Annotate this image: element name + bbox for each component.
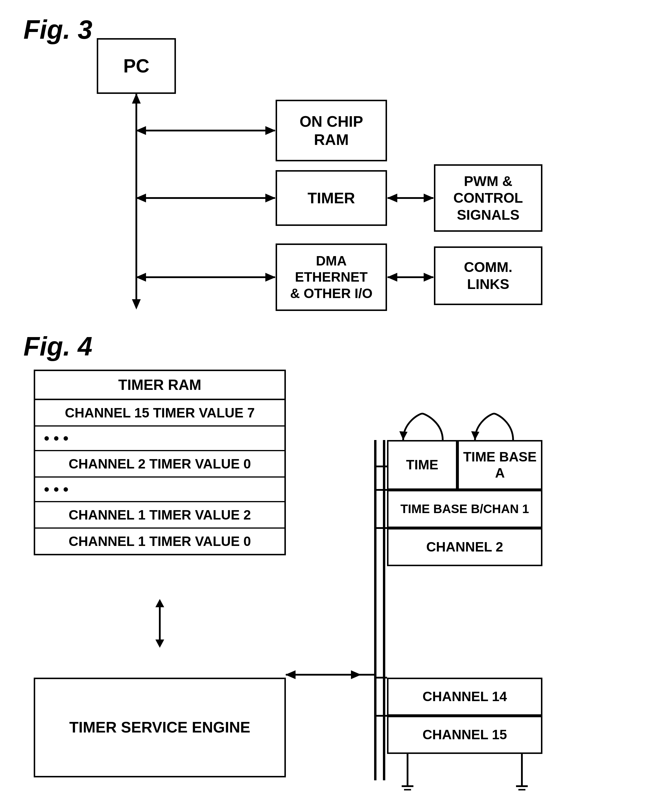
- timer-ram-dots-1: • • •: [35, 427, 284, 451]
- svg-marker-8: [136, 194, 146, 202]
- svg-marker-42: [285, 670, 295, 679]
- svg-marker-14: [136, 273, 146, 282]
- channel15-box: CHANNEL 15: [387, 716, 543, 754]
- timer-ram-table: TIMER RAM CHANNEL 15 TIMER VALUE 7 • • •…: [34, 370, 286, 555]
- timer-ram-dots-2: • • •: [35, 478, 284, 502]
- timer-ram-row-ch1v0: CHANNEL 1 TIMER VALUE 0: [35, 528, 284, 554]
- timer-service-engine-box: TIMER SERVICE ENGINE: [34, 678, 286, 777]
- on-chip-ram-box: ON CHIP RAM: [275, 100, 387, 161]
- pc-box: PC: [97, 38, 176, 94]
- pwm-control-box: PWM & CONTROL SIGNALS: [434, 164, 543, 232]
- dma-ethernet-box: DMA ETHERNET & OTHER I/O: [275, 243, 387, 311]
- svg-marker-11: [387, 194, 397, 202]
- time-box: TIME: [387, 440, 457, 490]
- svg-marker-4: [265, 126, 275, 135]
- svg-marker-19: [471, 431, 480, 440]
- timer-box: TIMER: [275, 170, 387, 226]
- svg-marker-7: [265, 194, 275, 202]
- channel14-box: CHANNEL 14: [387, 678, 543, 716]
- timer-ram-header: TIMER RAM: [35, 371, 284, 400]
- svg-marker-10: [424, 194, 434, 202]
- svg-marker-39: [155, 599, 164, 607]
- svg-marker-41: [351, 670, 361, 679]
- channel2-box: CHANNEL 2: [387, 528, 543, 566]
- base-a-box: TIME BASE A: [457, 440, 543, 490]
- svg-marker-1: [132, 299, 141, 310]
- fig3-label: Fig. 3: [23, 15, 92, 45]
- fig4-label: Fig. 4: [23, 331, 92, 362]
- timer-ram-row-ch1v2: CHANNEL 1 TIMER VALUE 2: [35, 502, 284, 528]
- svg-marker-16: [424, 273, 434, 282]
- svg-marker-13: [265, 273, 275, 282]
- svg-marker-5: [136, 126, 146, 135]
- svg-marker-2: [132, 93, 141, 103]
- time-base-b-box: TIME BASE B/CHAN 1: [387, 490, 543, 528]
- timer-ram-row-ch15v7: CHANNEL 15 TIMER VALUE 7: [35, 400, 284, 427]
- timer-ram-row-ch2v0: CHANNEL 2 TIMER VALUE 0: [35, 451, 284, 478]
- comm-links-box: COMM. LINKS: [434, 247, 543, 305]
- svg-marker-38: [155, 639, 164, 648]
- svg-marker-17: [387, 273, 397, 282]
- svg-marker-18: [399, 431, 407, 440]
